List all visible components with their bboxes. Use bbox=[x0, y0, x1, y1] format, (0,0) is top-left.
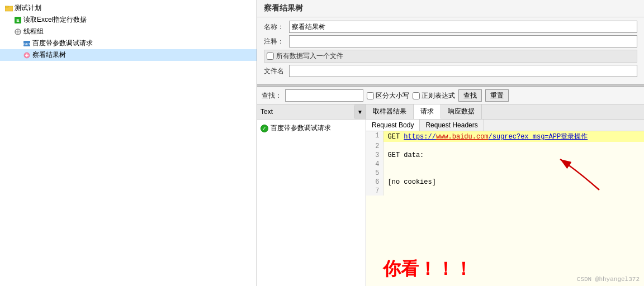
tree-item-label: 察看结果树 bbox=[32, 50, 66, 60]
filename-label: 文件名 bbox=[264, 66, 289, 76]
tab-request[interactable]: 请求 bbox=[414, 104, 441, 119]
code-line-6: 6 [no cookies] bbox=[366, 178, 644, 187]
all-data-checkbox[interactable] bbox=[267, 53, 274, 60]
sub-tab-request-headers[interactable]: Request Headers bbox=[420, 120, 484, 131]
success-indicator: ✓ bbox=[261, 125, 268, 132]
text-dropdown-header: Text ▼ bbox=[257, 104, 366, 120]
text-dropdown-area: Text ▼ ✓ 百度带参数调试请求 bbox=[257, 104, 366, 286]
request-sub-tabs: Request Body Request Headers bbox=[366, 120, 644, 131]
code-table: 1 GET https://www.baidu.com/sugrec?ex_ms… bbox=[366, 131, 644, 196]
annotation-text: 你看！！！ bbox=[383, 257, 472, 282]
tab-response-data[interactable]: 响应数据 bbox=[441, 104, 482, 119]
url-path: /sugrec?ex_msg=APP登录操作 bbox=[489, 133, 588, 141]
regex-checkbox[interactable] bbox=[413, 92, 420, 99]
code-line-3: 3 GET data: bbox=[366, 151, 644, 160]
filename-input[interactable] bbox=[289, 65, 637, 77]
svg-text:E: E bbox=[16, 18, 20, 23]
line-content-6: [no cookies] bbox=[383, 178, 644, 187]
tree-item-label: 百度带参数调试请求 bbox=[32, 39, 93, 48]
right-panel: 察看结果树 名称： 注释： 所有数据写入一个文件 文件名 查找： 区分大小写 正 bbox=[257, 0, 644, 286]
code-area: 1 GET https://www.baidu.com/sugrec?ex_ms… bbox=[366, 131, 644, 286]
results-layout: Text ▼ ✓ 百度带参数调试请求 取样器结果 请求 响应数据 bbox=[257, 104, 644, 286]
code-line-1: 1 GET https://www.baidu.com/sugrec?ex_ms… bbox=[366, 131, 644, 142]
name-label: 名称： bbox=[264, 22, 289, 32]
tree-area: 测试计划 E 读取Excel指定行数据 线程组 bbox=[0, 0, 257, 286]
sample-item[interactable]: ✓ 百度带参数调试请求 bbox=[257, 122, 366, 135]
excel-icon: E bbox=[13, 16, 22, 25]
panel-title: 察看结果树 bbox=[257, 0, 644, 17]
url-base: https:// bbox=[404, 133, 436, 141]
bottom-area: Text ▼ ✓ 百度带参数调试请求 取样器结果 请求 响应数据 bbox=[257, 104, 644, 286]
tree-item-thread-group[interactable]: 线程组 bbox=[0, 26, 257, 37]
result-tree-icon bbox=[22, 51, 31, 60]
results-tabs: 取样器结果 请求 响应数据 bbox=[366, 104, 644, 120]
case-sensitive-checkbox[interactable] bbox=[367, 92, 374, 99]
search-label: 查找： bbox=[262, 91, 282, 101]
all-data-label: 所有数据写入一个文件 bbox=[276, 51, 343, 61]
all-data-row: 所有数据写入一个文件 bbox=[264, 50, 637, 63]
line-num-1: 1 bbox=[366, 131, 383, 142]
tree-item-baidu-request[interactable]: GET 百度带参数调试请求 bbox=[0, 37, 257, 49]
code-line-2: 2 bbox=[366, 142, 644, 151]
code-line-5: 5 bbox=[366, 169, 644, 178]
reset-button[interactable]: 重置 bbox=[485, 89, 509, 102]
folder-icon bbox=[4, 4, 13, 13]
comment-row: 注释： bbox=[264, 35, 637, 47]
url-domain: www.baidu.com bbox=[436, 133, 489, 141]
svg-text:GET: GET bbox=[23, 42, 31, 46]
text-dropdown-button[interactable]: Text bbox=[257, 106, 354, 118]
code-line-7: 7 bbox=[366, 187, 644, 196]
watermark: CSDN @hhyangel372 bbox=[577, 276, 640, 283]
results-content: Request Body Request Headers 1 GET https… bbox=[366, 120, 644, 286]
tab-sampler-result[interactable]: 取样器结果 bbox=[366, 104, 414, 119]
search-bar: 查找： 区分大小写 正则表达式 查找 重置 bbox=[257, 87, 644, 104]
sample-list: ✓ 百度带参数调试请求 bbox=[257, 120, 366, 286]
dropdown-arrow-button[interactable]: ▼ bbox=[354, 104, 366, 119]
line-content-3: GET data: bbox=[383, 151, 644, 160]
comment-input[interactable] bbox=[289, 35, 637, 47]
search-input[interactable] bbox=[285, 89, 363, 102]
results-right: 取样器结果 请求 响应数据 Request Body Request Heade… bbox=[366, 104, 644, 286]
line-content-1: GET https://www.baidu.com/sugrec?ex_msg=… bbox=[383, 131, 644, 142]
filename-row: 文件名 bbox=[264, 65, 637, 77]
tree-item-read-excel[interactable]: E 读取Excel指定行数据 bbox=[0, 14, 257, 26]
find-button[interactable]: 查找 bbox=[458, 89, 482, 102]
tree-item-label: 线程组 bbox=[23, 27, 44, 36]
left-panel: 测试计划 E 读取Excel指定行数据 线程组 bbox=[0, 0, 257, 286]
svg-rect-1 bbox=[5, 6, 8, 7]
name-input[interactable] bbox=[289, 21, 637, 33]
form-section: 名称： 注释： 所有数据写入一个文件 文件名 bbox=[257, 17, 644, 84]
http-icon: GET bbox=[22, 39, 31, 48]
regex-option: 正则表达式 bbox=[413, 91, 455, 101]
sub-tab-request-body[interactable]: Request Body bbox=[366, 120, 420, 131]
case-sensitive-option: 区分大小写 bbox=[367, 91, 409, 101]
tree-item-label: 测试计划 bbox=[15, 3, 41, 13]
tree-item-label: 读取Excel指定行数据 bbox=[23, 15, 87, 25]
tree-item-result-tree[interactable]: 察看结果树 bbox=[0, 49, 257, 61]
code-line-4: 4 bbox=[366, 160, 644, 169]
comment-label: 注释： bbox=[264, 37, 289, 46]
tree-item-test-plan[interactable]: 测试计划 bbox=[0, 2, 257, 14]
sample-label: 百度带参数调试请求 bbox=[271, 123, 331, 133]
thread-icon bbox=[13, 27, 22, 36]
name-row: 名称： bbox=[264, 21, 637, 33]
